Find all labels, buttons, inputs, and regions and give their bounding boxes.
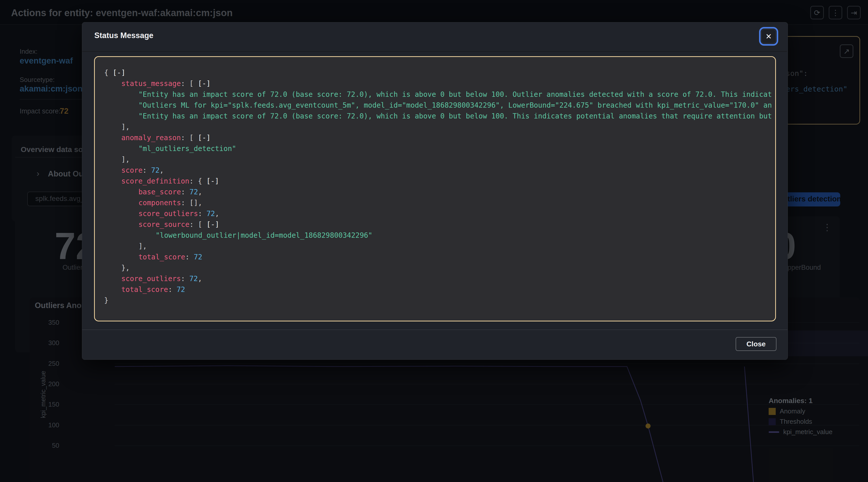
json-code-line: }, bbox=[104, 262, 775, 273]
json-punctuation: { bbox=[104, 69, 113, 77]
json-number: 72 bbox=[189, 275, 198, 283]
json-punctuation: , bbox=[160, 166, 164, 174]
json-key: components bbox=[138, 199, 181, 207]
json-key: anomaly_reason bbox=[121, 134, 181, 142]
json-punctuation: : bbox=[185, 253, 194, 261]
json-key: total_score bbox=[121, 285, 168, 294]
json-code-line: ], bbox=[104, 241, 775, 252]
json-code-line: ], bbox=[104, 122, 775, 132]
json-punctuation: : bbox=[168, 285, 177, 294]
json-key: score_outliers bbox=[138, 210, 198, 218]
json-code-line: score_definition: { [-] bbox=[104, 176, 775, 187]
json-number: 72 bbox=[189, 188, 198, 196]
json-punctuation: , bbox=[198, 275, 202, 283]
json-punctuation: : [ bbox=[189, 220, 206, 229]
json-code-line: components: [], bbox=[104, 197, 775, 208]
json-punctuation: , bbox=[215, 210, 219, 218]
json-number: 72 bbox=[151, 166, 160, 174]
json-code-line: total_score: 72 bbox=[104, 252, 775, 262]
json-key: score_source bbox=[138, 220, 189, 229]
json-string: "Outliers ML for kpi="splk.feeds.avg_eve… bbox=[138, 101, 772, 109]
app-root: Actions for entity: eventgen-waf:akamai:… bbox=[0, 0, 868, 482]
json-punctuation: ], bbox=[121, 123, 130, 131]
collapse-toggle[interactable]: [-] bbox=[198, 79, 211, 88]
json-punctuation: ], bbox=[138, 242, 147, 250]
json-key: score_outliers bbox=[121, 275, 181, 283]
json-number: 72 bbox=[177, 285, 185, 294]
json-code-line: score_outliers: 72, bbox=[104, 273, 775, 284]
close-button-label: Close bbox=[746, 340, 766, 348]
status-message-modal: Status Message ✕ { [-]status_message: [ … bbox=[82, 22, 788, 360]
json-code-line: "ml_outliers_detection" bbox=[104, 143, 775, 154]
collapse-toggle[interactable]: [-] bbox=[113, 69, 126, 77]
json-code-line: anomaly_reason: [ [-] bbox=[104, 132, 775, 143]
json-key: base_score bbox=[138, 188, 181, 196]
json-tree-viewer: { [-]status_message: [ [-]"Entity has an… bbox=[94, 56, 776, 321]
json-punctuation: : bbox=[181, 188, 190, 196]
json-punctuation: }, bbox=[121, 264, 130, 272]
json-punctuation: : [ bbox=[181, 79, 198, 88]
json-code-line: { [-] bbox=[104, 67, 775, 78]
close-button[interactable]: Close bbox=[736, 337, 776, 351]
json-code-line: "Entity has an impact score of 72.0 (bas… bbox=[104, 89, 775, 100]
modal-close-button[interactable]: ✕ bbox=[759, 27, 778, 45]
json-punctuation: : { bbox=[189, 177, 206, 185]
json-key: score_definition bbox=[121, 177, 189, 185]
json-code-line: score_source: [ [-] bbox=[104, 219, 775, 230]
json-code-line: base_score: 72, bbox=[104, 187, 775, 197]
json-punctuation: : bbox=[198, 210, 207, 218]
json-code-line: ], bbox=[104, 154, 775, 165]
json-code-line: "lowerbound_outlier|model_id=model_18682… bbox=[104, 230, 775, 241]
json-code-line: "Outliers ML for kpi="splk.feeds.avg_eve… bbox=[104, 100, 775, 111]
json-key: score bbox=[121, 166, 143, 174]
json-code-line: score_outliers: 72, bbox=[104, 208, 775, 219]
collapse-toggle[interactable]: [-] bbox=[207, 220, 219, 229]
close-icon: ✕ bbox=[765, 32, 772, 41]
json-code-line: "Entity has an impact score of 72.0 (bas… bbox=[104, 111, 775, 122]
json-code-line: score: 72, bbox=[104, 165, 775, 176]
json-code-line: } bbox=[104, 295, 775, 306]
json-number: 72 bbox=[207, 210, 215, 218]
json-number: 72 bbox=[194, 253, 202, 261]
modal-footer-divider bbox=[82, 329, 787, 330]
json-punctuation: : [], bbox=[181, 199, 202, 207]
json-code-line: total_score: 72 bbox=[104, 284, 775, 295]
json-code-line: status_message: [ [-] bbox=[104, 78, 775, 89]
json-string: "Entity has an impact score of 72.0 (bas… bbox=[138, 112, 772, 120]
json-key: total_score bbox=[138, 253, 185, 261]
json-string: "ml_outliers_detection" bbox=[138, 144, 236, 153]
modal-title: Status Message bbox=[94, 31, 153, 40]
json-punctuation: : bbox=[143, 166, 151, 174]
json-punctuation: : bbox=[181, 275, 189, 283]
json-punctuation: , bbox=[198, 188, 202, 196]
json-string: "Entity has an impact score of 72.0 (bas… bbox=[138, 90, 772, 99]
json-punctuation: : [ bbox=[181, 134, 198, 142]
collapse-toggle[interactable]: [-] bbox=[198, 134, 211, 142]
json-string: "lowerbound_outlier|model_id=model_18682… bbox=[156, 231, 372, 239]
collapse-toggle[interactable]: [-] bbox=[206, 177, 219, 185]
json-punctuation: } bbox=[104, 296, 108, 304]
json-key: status_message bbox=[121, 79, 181, 88]
modal-header-divider bbox=[82, 51, 787, 52]
json-punctuation: ], bbox=[121, 155, 130, 164]
